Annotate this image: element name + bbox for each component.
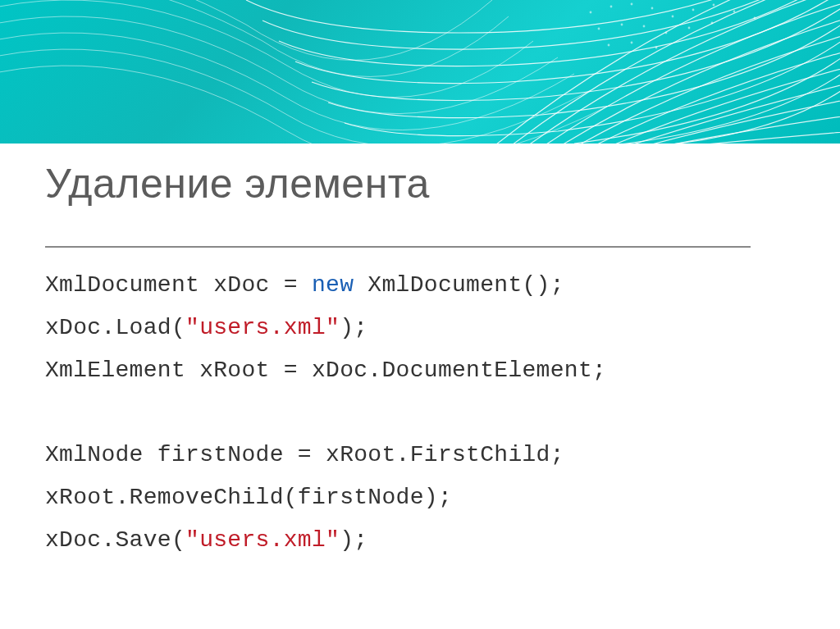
code-token: "users.xml" bbox=[185, 315, 340, 340]
svg-point-9 bbox=[598, 28, 600, 30]
svg-point-5 bbox=[692, 9, 695, 11]
code-token: xDoc.Load( bbox=[45, 315, 185, 340]
code-token: new bbox=[312, 272, 354, 298]
svg-point-16 bbox=[631, 42, 633, 44]
code-token: XmlDocument xDoc = bbox=[45, 272, 312, 298]
code-token: XmlDocument(); bbox=[354, 272, 564, 298]
code-token: ); bbox=[340, 527, 368, 553]
code-token: XmlElement xRoot = xDoc.DocumentElement; bbox=[45, 358, 606, 383]
svg-point-17 bbox=[655, 47, 658, 49]
decorative-banner bbox=[0, 0, 840, 144]
slide-title: Удаление элемента bbox=[45, 160, 430, 207]
code-token: "users.xml" bbox=[185, 527, 340, 553]
svg-point-8 bbox=[754, 17, 756, 20]
svg-point-15 bbox=[608, 44, 610, 47]
svg-point-3 bbox=[651, 7, 654, 10]
code-snippet: XmlDocument xDoc = new XmlDocument(); xD… bbox=[45, 246, 751, 562]
svg-point-12 bbox=[665, 32, 668, 34]
svg-point-7 bbox=[733, 11, 736, 13]
svg-point-1 bbox=[610, 6, 613, 8]
svg-point-11 bbox=[643, 25, 646, 28]
svg-point-14 bbox=[711, 22, 714, 25]
svg-point-6 bbox=[713, 4, 715, 7]
svg-point-0 bbox=[590, 11, 592, 14]
code-token: XmlNode firstNode = xRoot.FirstChild; bbox=[45, 442, 564, 467]
svg-point-13 bbox=[688, 27, 691, 30]
code-token: xDoc.Save( bbox=[45, 527, 185, 553]
swirl-pattern-icon bbox=[0, 0, 840, 144]
code-token: xRoot.RemoveChild(firstNode); bbox=[45, 485, 452, 510]
code-token: ); bbox=[340, 315, 368, 340]
svg-point-4 bbox=[672, 16, 674, 18]
svg-point-2 bbox=[631, 3, 633, 6]
svg-point-10 bbox=[621, 24, 623, 26]
